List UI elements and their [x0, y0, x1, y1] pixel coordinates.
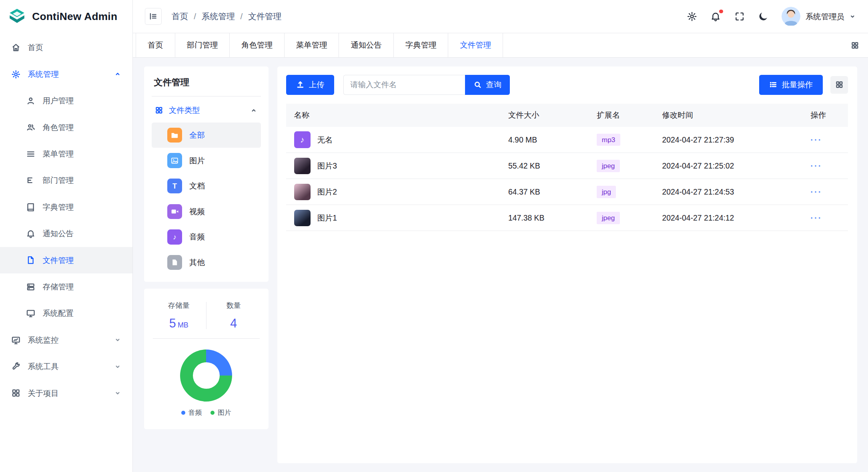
file-type-other[interactable]: 其他 — [152, 250, 261, 275]
col-header-ext: 扩展名 — [589, 104, 654, 127]
table-row[interactable]: 图片2 64.37 KB jpg 2024-04-27 21:24:53 ··· — [286, 179, 848, 205]
file-time: 2024-04-27 21:24:12 — [654, 205, 803, 231]
sidebar-item-dict-management[interactable]: 字典管理 — [0, 194, 132, 220]
file-type-group[interactable]: 文件类型 — [152, 96, 261, 122]
logo-row[interactable]: ContiNew Admin — [0, 0, 132, 33]
legend-item-image[interactable]: 图片 — [210, 408, 231, 417]
breadcrumb-item[interactable]: 系统管理 — [202, 11, 235, 22]
grid-icon — [155, 106, 163, 114]
sidebar-item-role-management[interactable]: 角色管理 — [0, 114, 132, 141]
col-header-size: 文件大小 — [501, 104, 589, 127]
sidebar-item-user-management[interactable]: 用户管理 — [0, 88, 132, 114]
row-actions-icon[interactable]: ··· — [810, 135, 822, 144]
col-header-time: 修改时间 — [654, 104, 803, 127]
search-button-label: 查询 — [486, 79, 502, 90]
sidebar-item-about[interactable]: 关于项目 — [0, 380, 132, 406]
sidebar-item-label: 通知公告 — [43, 228, 74, 239]
table-row[interactable]: 图片3 55.42 KB jpeg 2024-04-27 21:25:02 ··… — [286, 153, 848, 179]
tab-options-icon[interactable] — [842, 33, 868, 57]
sidebar: ContiNew Admin 首页 系统管理 用户管理 角色管理 — [0, 0, 133, 472]
tab-role[interactable]: 角色管理 — [230, 33, 285, 57]
legend-item-audio[interactable]: 音频 — [181, 408, 202, 417]
app-window: ContiNew Admin 首页 系统管理 用户管理 角色管理 — [0, 0, 868, 472]
panel-title: 文件管理 — [152, 75, 261, 96]
upload-button[interactable]: 上传 — [286, 75, 334, 95]
tab-menu[interactable]: 菜单管理 — [285, 33, 339, 57]
sidebar-item-label: 文件管理 — [43, 255, 74, 266]
storage-capacity-value: 5 — [169, 316, 176, 330]
grid-icon — [11, 388, 21, 398]
image-file-thumbnail — [294, 184, 311, 201]
tab-dept[interactable]: 部门管理 — [175, 33, 230, 57]
row-actions-icon[interactable]: ··· — [810, 213, 822, 222]
chevron-up-icon — [250, 107, 257, 114]
file-type-card: 文件管理 文件类型 全部 — [144, 66, 269, 282]
upload-icon — [296, 80, 305, 89]
storage-capacity-unit: MB — [178, 321, 188, 329]
sidebar-item-label: 系统配置 — [43, 308, 74, 319]
file-type-document[interactable]: T 文档 — [152, 173, 261, 199]
file-icon — [26, 255, 36, 265]
file-time: 2024-04-27 21:27:39 — [654, 127, 803, 153]
table-row[interactable]: ♪ 无名 4.90 MB mp3 2024-04-27 21:27:39 ··· — [286, 127, 848, 153]
batch-actions-button[interactable]: 批量操作 — [759, 75, 823, 95]
sidebar-item-system-tools[interactable]: 系统工具 — [0, 353, 132, 380]
chevron-down-icon — [849, 13, 856, 20]
settings-icon[interactable] — [687, 11, 697, 22]
audio-file-thumbnail: ♪ — [294, 131, 311, 148]
top-header: 首页 / 系统管理 / 文件管理 — [133, 0, 868, 33]
monitor-icon — [26, 309, 36, 318]
tab-home[interactable]: 首页 — [136, 33, 175, 57]
content-area: 文件管理 文件类型 全部 — [133, 58, 868, 472]
breadcrumb-item[interactable]: 首页 — [172, 11, 188, 22]
notifications-bell-icon[interactable] — [710, 11, 721, 22]
grid-view-toggle[interactable] — [830, 76, 848, 94]
file-size: 64.37 KB — [501, 179, 589, 205]
file-size: 55.42 KB — [501, 153, 589, 179]
row-actions-icon[interactable]: ··· — [810, 187, 822, 196]
sidebar-collapse-button[interactable] — [145, 8, 162, 25]
music-glyph: ♪ — [173, 233, 176, 241]
sidebar-item-menu-management[interactable]: 菜单管理 — [0, 141, 132, 167]
sidebar-item-label: 关于项目 — [28, 388, 58, 399]
tab-file[interactable]: 文件管理 — [448, 33, 503, 57]
file-type-image[interactable]: 图片 — [152, 148, 261, 173]
legend-dot — [210, 411, 214, 415]
sidebar-item-storage-management[interactable]: 存储管理 — [0, 273, 132, 300]
tab-dict[interactable]: 字典管理 — [394, 33, 449, 57]
sidebar-item-label: 首页 — [28, 42, 43, 53]
file-type-audio[interactable]: ♪ 音频 — [152, 224, 261, 250]
file-sidebar: 文件管理 文件类型 全部 — [144, 66, 269, 463]
user-icon — [26, 96, 36, 106]
file-type-label: 全部 — [189, 130, 205, 141]
storage-chart-wrap — [152, 339, 261, 408]
page-tabs: 首页 部门管理 角色管理 菜单管理 通知公告 字典管理 文件管理 — [133, 33, 868, 58]
sidebar-item-file-management[interactable]: 文件管理 — [0, 247, 132, 273]
file-time: 2024-04-27 21:25:02 — [654, 153, 803, 179]
file-toolbar: 上传 查询 批量操作 — [277, 66, 857, 102]
menu-lines-icon — [26, 149, 36, 159]
sidebar-item-system-monitor[interactable]: 系统监控 — [0, 327, 132, 353]
file-type-video[interactable]: 视频 — [152, 199, 261, 224]
dark-mode-moon-icon[interactable] — [758, 11, 768, 22]
file-table-wrap: 名称 文件大小 扩展名 修改时间 操作 ♪ 无名 — [277, 102, 857, 240]
wrench-icon — [11, 362, 21, 372]
header-actions: 系统管理员 — [687, 7, 856, 26]
search-button[interactable]: 查询 — [465, 75, 510, 95]
user-menu[interactable]: 系统管理员 — [782, 7, 856, 26]
fullscreen-icon[interactable] — [734, 11, 745, 22]
sidebar-item-notice[interactable]: 通知公告 — [0, 221, 132, 247]
sidebar-item-system-config[interactable]: 系统配置 — [0, 300, 132, 327]
file-type-all[interactable]: 全部 — [152, 123, 261, 148]
tab-notice[interactable]: 通知公告 — [339, 33, 394, 57]
sidebar-item-home[interactable]: 首页 — [0, 34, 132, 61]
file-name: 无名 — [317, 135, 333, 145]
avatar — [782, 7, 800, 26]
row-actions-icon[interactable]: ··· — [810, 161, 822, 170]
file-name: 图片3 — [317, 161, 337, 171]
sidebar-item-dept-management[interactable]: 部门管理 — [0, 167, 132, 194]
table-row[interactable]: 图片1 147.38 KB jpeg 2024-04-27 21:24:12 ·… — [286, 205, 848, 231]
gear-icon — [11, 70, 21, 79]
sidebar-item-system-management[interactable]: 系统管理 — [0, 61, 132, 87]
search-input[interactable] — [343, 75, 465, 95]
